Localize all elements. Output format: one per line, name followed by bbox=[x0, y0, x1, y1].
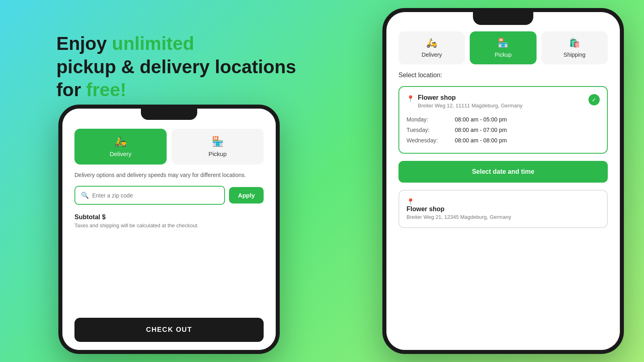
delivery-icon2: 🛵 bbox=[426, 38, 437, 48]
phone2: 🛵 Delivery 🏪 Pickup 🛍️ Shipping Select l… bbox=[382, 8, 624, 354]
hero-line3-normal: for bbox=[56, 79, 86, 100]
phone2-tab-delivery-label: Delivery bbox=[421, 51, 442, 58]
phone1-zip-row: 🔍 Apply bbox=[74, 186, 264, 205]
zip-input[interactable] bbox=[92, 192, 219, 199]
hours-time-wednesday: 08:00 am - 08:00 pm bbox=[455, 137, 507, 144]
location-card-1[interactable]: 📍 Flower shop Breiter Weg 12, 11111 Magd… bbox=[398, 86, 608, 154]
hours-time-tuesday: 08:00 am - 07:00 pm bbox=[455, 127, 507, 133]
location2-address: Breiter Weg 21, 12345 Magdeburg, Germany bbox=[407, 214, 600, 220]
phone1-tab-delivery[interactable]: 🛵 Delivery bbox=[74, 129, 167, 165]
select-location-label: Select location: bbox=[398, 72, 608, 79]
phone2-service-tabs: 🛵 Delivery 🏪 Pickup 🛍️ Shipping bbox=[398, 31, 608, 64]
phone1-tab-pickup[interactable]: 🏪 Pickup bbox=[171, 129, 264, 165]
location1-address: Breiter Weg 12, 11111 Magdeburg, Germany bbox=[418, 103, 585, 109]
subtotal-label: Subtotal $ bbox=[74, 214, 264, 221]
phone1-tab-pickup-label: Pickup bbox=[208, 150, 227, 157]
hero-line1-green: unlimited bbox=[112, 33, 194, 54]
location-pin-icon-2: 📍 bbox=[407, 198, 415, 205]
phone2-tab-shipping[interactable]: 🛍️ Shipping bbox=[541, 31, 608, 64]
phone1-tab-delivery-label: Delivery bbox=[109, 150, 131, 157]
hero-section: Enjoy unlimited pickup & delivery locati… bbox=[56, 32, 296, 102]
search-icon: 🔍 bbox=[81, 191, 89, 199]
location1-name: Flower shop bbox=[418, 94, 585, 101]
hours-day-monday: Monday: bbox=[407, 116, 455, 123]
phone2-tab-shipping-label: Shipping bbox=[564, 51, 586, 58]
phone2-tab-delivery[interactable]: 🛵 Delivery bbox=[398, 31, 465, 64]
location-card-2[interactable]: 📍 Flower shop Breiter Weg 21, 12345 Magd… bbox=[398, 190, 608, 228]
phone1-subtotal: Subtotal $ Taxes and shipping will be ca… bbox=[74, 214, 264, 228]
select-date-time-button[interactable]: Select date and time bbox=[398, 161, 608, 183]
checkout-button[interactable]: CHECK OUT bbox=[74, 318, 264, 342]
phone1: 🛵 Delivery 🏪 Pickup Delivery options and… bbox=[58, 105, 280, 354]
phone2-tab-pickup-label: Pickup bbox=[495, 51, 512, 58]
hero-line2: pickup & delivery locations bbox=[56, 56, 296, 77]
apply-button[interactable]: Apply bbox=[229, 187, 264, 204]
phone1-service-tabs: 🛵 Delivery 🏪 Pickup bbox=[74, 129, 264, 165]
phone2-tab-pickup[interactable]: 🏪 Pickup bbox=[470, 31, 536, 64]
location1-selected-badge: ✓ bbox=[588, 94, 600, 105]
location2-name: Flower shop bbox=[407, 206, 600, 213]
hero-line3-green: free! bbox=[86, 79, 126, 100]
hours-time-monday: 08:00 am - 05:00 pm bbox=[455, 116, 507, 123]
delivery-icon: 🛵 bbox=[115, 136, 127, 147]
subtotal-note: Taxes and shipping will be calculated at… bbox=[74, 222, 264, 228]
hours-day-tuesday: Tuesday: bbox=[407, 127, 455, 133]
shipping-icon: 🛍️ bbox=[569, 38, 580, 48]
location-pin-icon-1: 📍 bbox=[407, 95, 415, 103]
pickup-icon: 🏪 bbox=[212, 136, 224, 147]
hero-line1-normal: Enjoy bbox=[56, 33, 112, 54]
pickup-icon2: 🏪 bbox=[497, 38, 508, 48]
phone1-description: Delivery options and delivery speeds may… bbox=[74, 171, 264, 179]
zip-input-container[interactable]: 🔍 bbox=[74, 186, 225, 205]
hours-day-wednesday: Wednesday: bbox=[407, 137, 455, 144]
location1-hours: Monday: 08:00 am - 05:00 pm Tuesday: 08:… bbox=[407, 114, 600, 146]
